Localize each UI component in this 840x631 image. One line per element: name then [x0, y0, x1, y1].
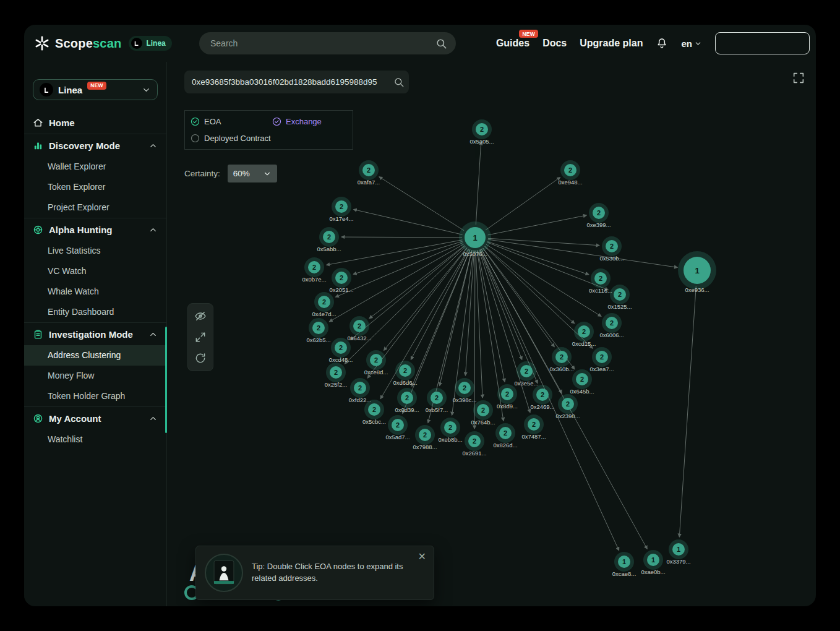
sidebar-item-vc-watch[interactable]: VC Watch	[24, 261, 166, 281]
graph-toolbar	[187, 303, 213, 371]
graph-node[interactable]: 20x645b...	[570, 369, 594, 395]
sidebar-item-address-clustering[interactable]: Address Clustering	[24, 345, 166, 366]
close-icon[interactable]: ✕	[418, 552, 426, 562]
legend-eoa[interactable]: EOA	[191, 117, 221, 126]
node-label: 0x3379...	[666, 558, 690, 565]
network-selector[interactable]: Linea NEW	[33, 79, 158, 100]
address-input[interactable]: 0xe93685f3bba03016f02bd1828badd6195988d9…	[192, 77, 377, 87]
graph-node[interactable]: 20x5a05...	[469, 119, 494, 145]
graph-node[interactable]: 20x8d9...	[497, 384, 518, 410]
bar-chart-icon	[33, 140, 43, 151]
sidebar-item-live-statistics[interactable]: Live Statistics	[24, 241, 166, 261]
graph-node[interactable]: 20x7487...	[521, 414, 546, 440]
graph-node[interactable]: 20x3ea7...	[589, 347, 614, 372]
sidebar-item-whale-watch[interactable]: Whale Watch	[24, 281, 166, 302]
node-label: 0xeb8b...	[438, 436, 462, 443]
certainty-dropdown[interactable]: 60%	[228, 165, 277, 182]
graph-node[interactable]: 20x826d...	[493, 423, 517, 449]
sidebar-scrollbar[interactable]	[165, 327, 167, 433]
sidebar-section-my-account[interactable]: My Account	[24, 407, 166, 429]
graph-node[interactable]: 20x2691...	[462, 431, 486, 457]
sidebar-section-discovery-mode[interactable]: Discovery Mode	[24, 134, 166, 157]
graph-node[interactable]: 20x3e5e...	[514, 361, 538, 387]
address-search-box[interactable]: 0xe93685f3bba03016f02bd1828badd6195988d9…	[184, 71, 409, 93]
graph-node[interactable]: 20xc116...	[589, 268, 612, 294]
graph-node[interactable]: 20xd6d6...	[393, 361, 417, 386]
hide-labels-button[interactable]	[192, 308, 208, 324]
graph-node[interactable]: 20xeb8b...	[438, 418, 462, 443]
graph-node[interactable]: 20x5abb...	[317, 227, 341, 252]
graph-node[interactable]: 20xe948...	[558, 160, 582, 186]
nav-docs[interactable]: Docs	[542, 38, 567, 49]
graph-node[interactable]: 20x2051...	[329, 268, 353, 293]
sidebar-item-wallet-explorer[interactable]: Wallet Explorer	[24, 157, 166, 177]
sidebar-item-entity-dashboard[interactable]: Entity Dashboard	[24, 302, 166, 322]
certainty-label: Certainty:	[184, 169, 220, 178]
graph-node[interactable]: 20x360b...	[549, 347, 573, 372]
graph-node[interactable]: 20xafa7...	[358, 160, 380, 186]
graph-node[interactable]: 20xce8d...	[364, 350, 388, 376]
notifications-bell-icon[interactable]	[656, 37, 668, 49]
node-label: 0xcd48...	[329, 356, 353, 363]
graph-node[interactable]: 20x5ad7...	[385, 415, 409, 440]
node-value: 2	[340, 274, 343, 281]
graph-node[interactable]: 10xcae8...	[612, 552, 636, 577]
graph-node[interactable]: 10xae0b...	[641, 550, 665, 575]
fit-view-button[interactable]	[192, 329, 208, 345]
graph-node[interactable]: 20x2469...	[530, 385, 554, 410]
connect-wallet-button[interactable]	[715, 32, 810, 54]
graph-node[interactable]: 20x25f2...	[325, 363, 347, 388]
graph-node[interactable]: 10x5076...	[459, 221, 491, 257]
node-label: 0x530b...	[599, 255, 624, 262]
refresh-button[interactable]	[192, 350, 208, 366]
search-input[interactable]	[210, 38, 435, 48]
legend-exchange[interactable]: Exchange	[272, 117, 322, 126]
node-label: 0x5cbc...	[362, 418, 386, 425]
graph-node[interactable]: 20x5cbc...	[362, 400, 386, 425]
graph-node[interactable]: 20xcd48...	[329, 338, 353, 363]
graph-node[interactable]: 20x0b7e...	[302, 257, 326, 283]
sidebar-section-alpha-hunting[interactable]: Alpha Hunting	[24, 218, 166, 241]
language-selector[interactable]: en	[681, 38, 702, 49]
app-window: Scopescan Linea Guides NEW Docs Upgrade …	[24, 25, 816, 606]
graph-node[interactable]: 20x17e4...	[329, 197, 353, 222]
node-label: 0x62b5...	[306, 337, 330, 343]
node-value: 2	[568, 166, 572, 174]
nav-guides[interactable]: Guides NEW	[496, 38, 529, 49]
graph-node[interactable]: 10xe936...	[678, 251, 716, 293]
graph-node[interactable]: 20xcd15...	[572, 322, 596, 347]
graph-node[interactable]: 20x4e7d...	[312, 292, 336, 317]
graph-node[interactable]: 20xb5f7...	[426, 388, 448, 413]
linea-logo-icon	[40, 83, 53, 97]
graph-node[interactable]: 20x2390...	[555, 394, 580, 419]
header-search[interactable]	[199, 32, 456, 54]
certainty-control: Certainty: 60%	[184, 165, 277, 182]
network-name: Linea	[58, 85, 82, 95]
node-label: 0x7487...	[521, 433, 546, 440]
sidebar-item-money-flow[interactable]: Money Flow	[24, 366, 166, 386]
fullscreen-icon[interactable]	[792, 71, 805, 85]
graph-node[interactable]: 20xfd22...	[349, 378, 371, 403]
graph-node[interactable]: 20x0d39...	[395, 388, 419, 413]
tip-text: Tip: Double Click EOA nodes to expand it…	[252, 561, 425, 585]
sidebar-item-watchlist[interactable]: Watchlist	[24, 429, 166, 450]
node-label: 0x8d9...	[497, 403, 518, 410]
sidebar-item-project-explorer[interactable]: Project Explorer	[24, 197, 166, 218]
graph-node[interactable]: 20x6006...	[599, 313, 624, 338]
legend-deployed-contract[interactable]: Deployed Contract	[191, 134, 271, 143]
graph-node[interactable]: 10x3379...	[666, 539, 690, 565]
nav-upgrade-plan[interactable]: Upgrade plan	[580, 38, 643, 49]
graph-node[interactable]: 20x530b...	[599, 236, 624, 262]
sidebar-section-home[interactable]: Home	[24, 111, 166, 134]
graph-node[interactable]: 20x7988...	[413, 425, 437, 450]
sidebar-item-token-holder-graph[interactable]: Token Holder Graph	[24, 386, 166, 406]
node-value: 1	[695, 266, 699, 275]
graph-node[interactable]: 20x62b5...	[306, 318, 330, 343]
sidebar-section-investigation-mode[interactable]: Investigation Mode	[24, 323, 166, 345]
graph-node[interactable]: 20x6432...	[347, 316, 371, 341]
node-label: 0xcd15...	[572, 340, 596, 347]
sidebar-item-token-explorer[interactable]: Token Explorer	[24, 177, 166, 197]
graph-node[interactable]: 20xe399...	[586, 203, 611, 228]
logo[interactable]: Scopescan Linea	[34, 35, 172, 51]
node-value: 2	[339, 344, 343, 351]
